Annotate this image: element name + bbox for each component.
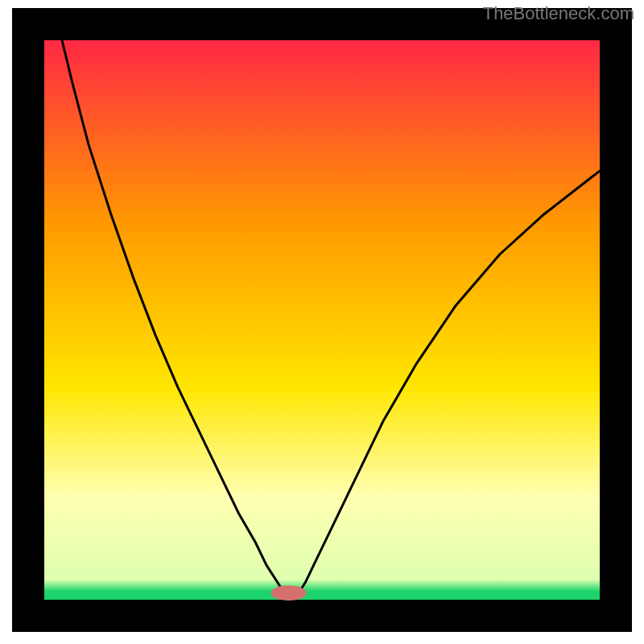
bottleneck-chart: TheBottleneck.com <box>0 0 644 644</box>
gradient-background <box>44 24 600 600</box>
vertex-marker <box>271 585 307 601</box>
watermark-text: TheBottleneck.com <box>483 3 634 24</box>
chart-svg <box>0 0 644 644</box>
